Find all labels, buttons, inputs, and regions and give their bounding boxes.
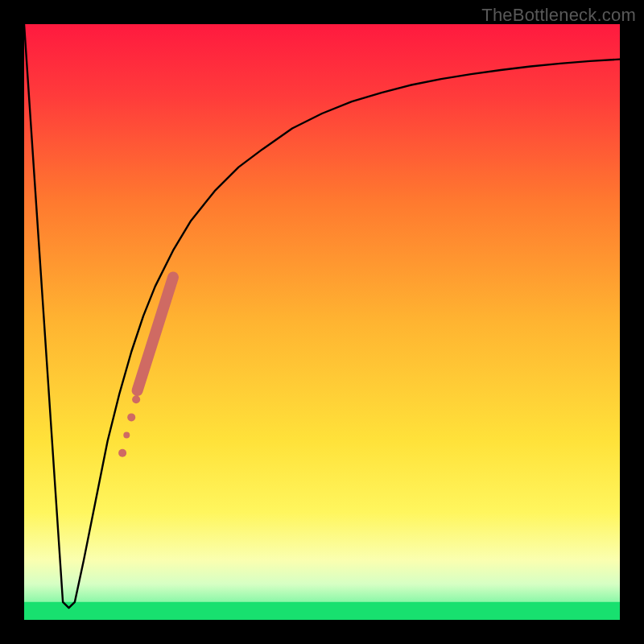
- highlight-dot: [123, 432, 130, 439]
- highlight-dot: [118, 449, 126, 457]
- plot-area: [24, 24, 620, 620]
- chart-svg: [24, 24, 620, 620]
- green-band: [24, 602, 620, 620]
- highlight-dot: [132, 395, 140, 403]
- highlight-dot: [127, 413, 135, 421]
- watermark-text: TheBottleneck.com: [481, 5, 636, 26]
- chart-frame: TheBottleneck.com: [0, 0, 644, 644]
